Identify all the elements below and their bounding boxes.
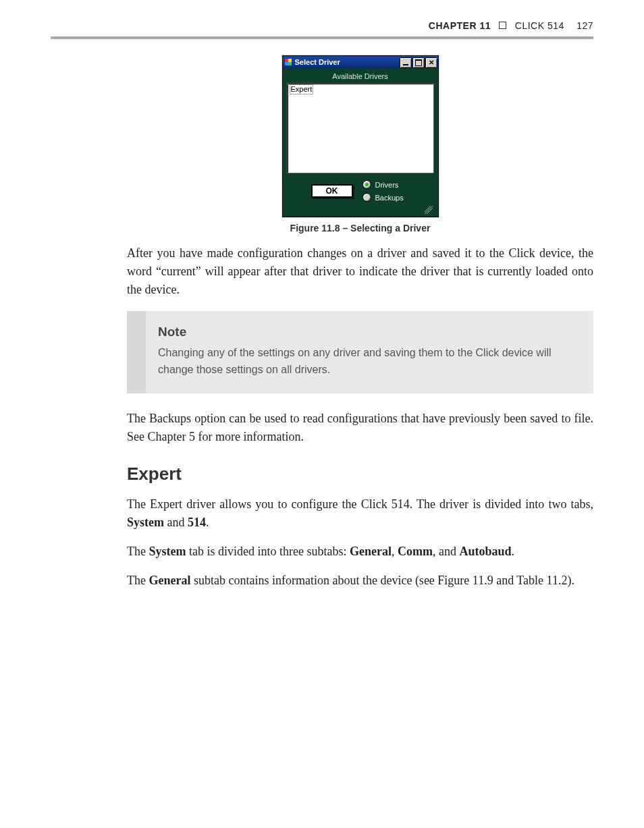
text-bold: Comm [398,545,433,558]
text-bold: General [350,545,392,558]
select-driver-dialog: Select Driver ✕ Available Drivers Expert… [282,55,439,217]
text-run: , [392,545,398,558]
available-drivers-label: Available Drivers [287,72,434,80]
radio-group: Drivers Backups [363,180,404,202]
page-number: 127 [576,20,593,31]
header-bullet-icon [499,22,506,29]
text-run: and [164,516,188,529]
text-bold: System [127,516,164,529]
list-item[interactable]: Expert [290,84,314,94]
text-bold: System [149,545,186,558]
chapter-label: CHAPTER 11 [429,20,491,31]
text-run: tab is divided into three subtabs: [186,545,349,558]
section-label: CLICK 514 [515,20,564,31]
body-paragraph: The General subtab contains information … [127,572,593,590]
page: CHAPTER 11 CLICK 514 127 Select Driver ✕… [0,0,644,828]
maximize-button[interactable] [412,57,425,68]
text-run: , and [433,545,460,558]
app-icon [283,56,294,68]
body-paragraph: The Backups option can be used to read c… [127,410,593,446]
dialog-titlebar[interactable]: Select Driver ✕ [283,56,438,68]
text-bold: 514 [188,516,206,529]
radio-label: Drivers [375,181,399,189]
text-run: The [127,574,149,587]
note-box: Note Changing any of the settings on any… [127,311,593,393]
text-run: The Expert driver allows you to configur… [127,497,593,511]
running-head: CHAPTER 11 CLICK 514 127 [51,20,593,31]
minimize-button[interactable] [400,57,412,68]
close-button[interactable]: ✕ [425,57,437,68]
body-paragraph: The Expert driver allows you to configur… [127,495,593,532]
body-paragraph: After you have made configuration change… [127,244,593,299]
text-run: subtab contains information about the de… [190,574,574,587]
header-rule [51,36,593,39]
expert-heading: Expert [127,464,593,485]
drivers-listbox[interactable]: Expert [287,83,434,173]
text-run: The [127,545,149,558]
text-run: . [511,545,514,558]
content-area: Select Driver ✕ Available Drivers Expert… [127,55,593,590]
text-run: . [206,516,209,529]
close-icon: ✕ [429,59,434,66]
note-body: Changing any of the settings on any driv… [158,345,574,379]
radio-label: Backups [375,194,404,202]
body-paragraph: The System tab is divided into three sub… [127,543,593,561]
dialog-title: Select Driver [294,56,400,68]
radio-icon [363,193,371,202]
figure-caption: Figure 11.8 – Selecting a Driver [127,223,593,233]
drivers-radio[interactable]: Drivers [363,180,404,189]
text-bold: Autobaud [459,545,511,558]
radio-icon [363,180,371,189]
text-bold: General [149,574,190,587]
dialog-body: Available Drivers Expert OK Drivers [283,68,438,217]
note-title: Note [158,325,574,339]
figure-wrap: Select Driver ✕ Available Drivers Expert… [127,55,593,233]
resize-gripper-icon[interactable] [287,206,434,214]
ok-button[interactable]: OK [311,184,353,198]
dialog-button-row: OK Drivers Backups [287,173,434,206]
backups-radio[interactable]: Backups [363,193,404,202]
